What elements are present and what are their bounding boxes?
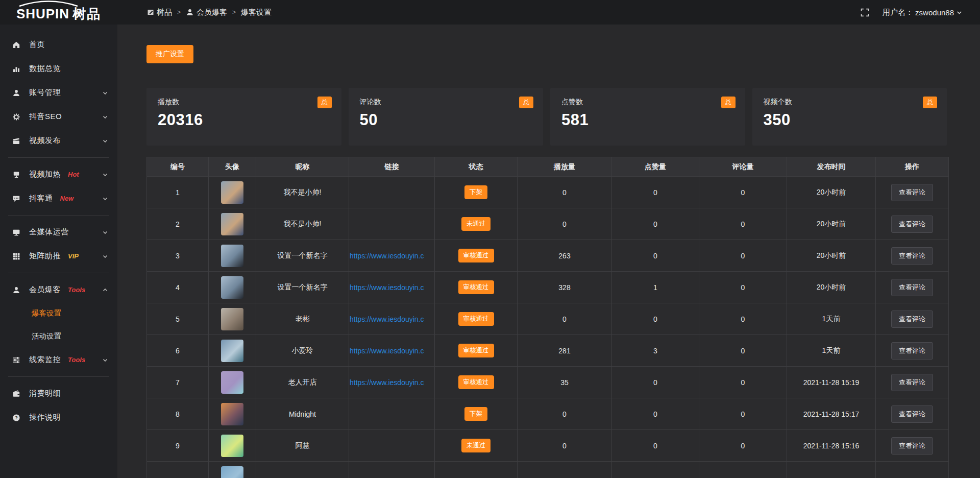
view-comments-button[interactable]: 查看评论 <box>891 437 933 455</box>
breadcrumb-item[interactable]: 树品 <box>147 8 172 17</box>
cell-publish-time: 20小时前 <box>787 177 876 208</box>
sliders-icon <box>12 356 21 364</box>
table-header-cell: 编号 <box>147 157 209 177</box>
stat-card-value: 581 <box>561 111 734 129</box>
stat-card-label: 播放数 <box>158 98 330 107</box>
status-badge: 审核通过 <box>458 344 494 357</box>
cell-publish-time <box>787 462 876 478</box>
view-comments-button[interactable]: 查看评论 <box>891 374 933 391</box>
status-badge: 未通过 <box>461 439 491 452</box>
document-icon <box>147 9 154 16</box>
table-row: 4设置一个新名字https://www.iesdouyin.c审核通过32810… <box>147 272 949 303</box>
cell-link[interactable]: https://www.iesdouyin.c <box>349 272 435 303</box>
sidebar-subitem-baoke-settings[interactable]: 爆客设置 <box>0 302 117 325</box>
sidebar-item-video-heating[interactable]: 视频加热Hot <box>0 162 117 186</box>
cell-nickname: Midnight <box>256 398 349 430</box>
brand-text: SHUPIN树品 <box>16 5 101 23</box>
sidebar-item-member-baoke[interactable]: 会员爆客Tools <box>0 278 117 302</box>
status-badge: 未通过 <box>461 217 491 231</box>
view-comments-button[interactable]: 查看评论 <box>891 216 933 233</box>
view-comments-button[interactable]: 查看评论 <box>891 342 933 360</box>
monitor-icon <box>12 228 21 236</box>
cell-plays <box>518 462 612 478</box>
cell-id: 9 <box>147 430 209 462</box>
cell-link <box>349 398 435 430</box>
avatar <box>221 308 243 330</box>
cell-link <box>349 208 435 240</box>
grid-icon <box>12 252 21 260</box>
cell-link[interactable]: https://www.iesdouyin.c <box>349 367 435 398</box>
sidebar-item-matrix-boost[interactable]: 矩阵助推VIP <box>0 244 117 268</box>
table-header-cell: 操作 <box>876 157 949 177</box>
cell-publish-time: 2021-11-28 15:17 <box>787 398 876 430</box>
sidebar-item-douyin-seo[interactable]: 抖音SEO <box>0 105 117 129</box>
sidebar-divider <box>8 376 109 377</box>
breadcrumb-item[interactable]: 会员爆客 <box>186 8 227 17</box>
table-header-cell: 昵称 <box>256 157 349 177</box>
top-header: SHUPIN树品 树品>会员爆客>爆客设置 用户名：zswodun88 <box>0 0 980 25</box>
cell-link[interactable]: https://www.iesdouyin.c <box>349 240 435 272</box>
user-dropdown[interactable]: 用户名：zswodun88 <box>883 8 963 17</box>
stat-card-label: 点赞数 <box>561 98 734 107</box>
cell-link[interactable]: https://www.iesdouyin.c <box>349 335 435 367</box>
cell-likes: 0 <box>612 398 699 430</box>
stat-card-label: 视频个数 <box>764 98 936 107</box>
cell-plays: 0 <box>518 177 612 208</box>
stat-card-badge: 总 <box>923 97 937 108</box>
sidebar-item-operation-guide[interactable]: ?操作说明 <box>0 405 117 429</box>
stat-card-badge: 总 <box>721 97 736 108</box>
sidebar-item-label: 视频发布 <box>29 136 61 146</box>
page: SHUPIN树品 树品>会员爆客>爆客设置 用户名：zswodun88 首页数据… <box>0 0 980 478</box>
table-header-cell: 发布时间 <box>787 157 876 177</box>
cell-link[interactable]: https://www.iesdouyin.c <box>349 303 435 335</box>
cell-id: 3 <box>147 240 209 272</box>
cell-likes: 0 <box>612 177 699 208</box>
avatar <box>221 181 243 204</box>
view-comments-button[interactable]: 查看评论 <box>891 247 933 265</box>
promotion-settings-button[interactable]: 推广设置 <box>146 45 193 63</box>
sidebar-item-omni-media[interactable]: 全媒体运营 <box>0 220 117 244</box>
sidebar-item-clue-monitor[interactable]: 线索监控Tools <box>0 348 117 372</box>
avatar <box>221 340 243 362</box>
home-icon <box>12 41 21 49</box>
sidebar-item-data-overview[interactable]: 数据总览 <box>0 57 117 81</box>
fullscreen-icon[interactable] <box>861 8 869 17</box>
breadcrumb: 树品>会员爆客>爆客设置 <box>147 8 272 17</box>
view-comments-button[interactable]: 查看评论 <box>891 310 933 328</box>
brand-logo[interactable]: SHUPIN树品 <box>0 0 117 25</box>
sidebar-item-account-management[interactable]: 账号管理 <box>0 81 117 105</box>
avatar <box>221 276 243 299</box>
chevron-down-icon <box>102 253 108 259</box>
view-comments-button[interactable]: 查看评论 <box>891 405 933 423</box>
cell-action: 查看评论 <box>876 398 949 430</box>
avatar <box>221 466 243 478</box>
sidebar-item-video-publish[interactable]: 视频发布 <box>0 129 117 153</box>
breadcrumb-label: 会员爆客 <box>197 8 227 17</box>
cell-action <box>876 462 949 478</box>
cell-action: 查看评论 <box>876 367 949 398</box>
table-header-cell: 点赞量 <box>612 157 699 177</box>
view-comments-button[interactable]: 查看评论 <box>891 184 933 201</box>
sidebar-item-douketong[interactable]: 抖客通New <box>0 186 117 210</box>
cell-id: 6 <box>147 335 209 367</box>
cell-nickname: 我不是小帅! <box>256 208 349 240</box>
sidebar-subitem-activity-settings[interactable]: 活动设置 <box>0 325 117 348</box>
cell-publish-time: 20小时前 <box>787 240 876 272</box>
cell-likes: 0 <box>612 367 699 398</box>
cell-likes: 3 <box>612 335 699 367</box>
sidebar-item-tag: Hot <box>68 171 79 178</box>
cell-status: 未通过 <box>435 430 518 462</box>
svg-text:?: ? <box>15 415 18 420</box>
view-comments-button[interactable]: 查看评论 <box>891 279 933 296</box>
chart-icon <box>12 65 21 73</box>
chevron-down-icon <box>102 138 108 144</box>
cell-plays: 281 <box>518 335 612 367</box>
sidebar-item-home[interactable]: 首页 <box>0 33 117 57</box>
sidebar-item-label: 矩阵助推 <box>29 251 61 261</box>
sidebar-divider <box>8 157 109 158</box>
breadcrumb-item[interactable]: 爆客设置 <box>241 8 272 17</box>
sidebar-item-label: 全媒体运营 <box>29 227 69 237</box>
sidebar-item-consumption-detail[interactable]: 消费明细 <box>0 381 117 405</box>
cell-avatar <box>209 367 256 398</box>
sidebar-item-label: 消费明细 <box>29 389 61 398</box>
